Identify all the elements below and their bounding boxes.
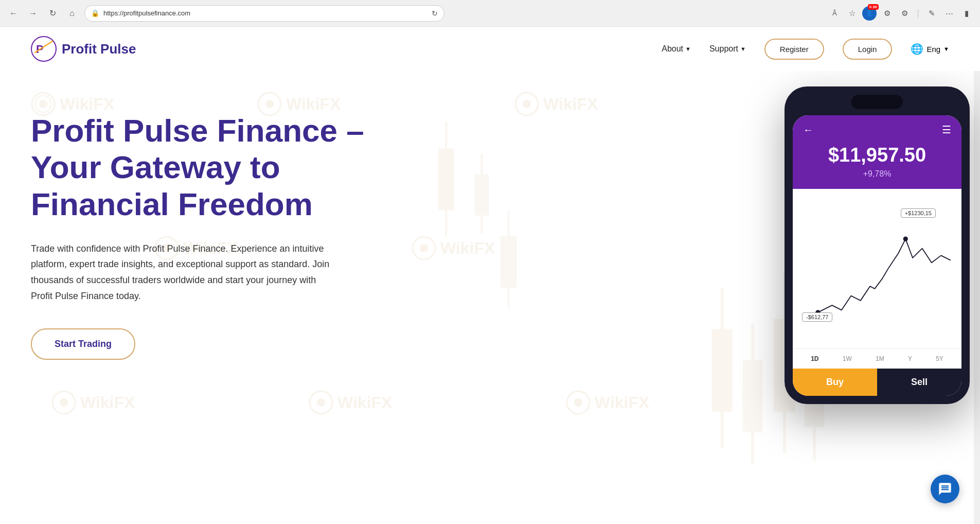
nav-links: About ▼ Support ▼ Register Login 🌐 Eng ▼ [662,39,949,60]
phone-notch [851,95,903,109]
website-wrapper: P Profit Pulse About ▼ Support ▼ Registe… [0,27,980,524]
svg-point-18 [574,398,582,407]
svg-point-13 [52,391,75,414]
svg-rect-28 [712,329,733,411]
about-label: About [662,44,683,54]
time-tab-1m[interactable]: 1M [871,353,888,364]
forward-button[interactable]: → [26,6,40,21]
hero-content: Profit Pulse Finance – Your Gateway to F… [31,92,381,360]
phone-balance: $11,957.50 [803,144,951,166]
logo-icon: P [31,36,57,62]
watermark-8: WikiFX [566,390,649,415]
scrollbar[interactable] [974,27,980,524]
time-tab-1w[interactable]: 1W [839,353,856,364]
svg-rect-30 [721,412,724,448]
start-trading-button[interactable]: Start Trading [31,328,135,360]
phone-header: ← ☰ $11,957.50 +9,78% [793,115,961,189]
language-label: Eng [926,45,940,54]
reload-icon: ↻ [432,9,438,18]
svg-point-17 [567,391,590,414]
phone-top-bar: ← ☰ [803,124,951,136]
svg-rect-25 [501,236,517,288]
login-button[interactable]: Login [843,39,893,60]
chart-annotation-low: -$612,77 [802,312,832,322]
time-tab-5y[interactable]: 5Y [932,353,948,364]
reader-mode-button[interactable]: Â [827,6,842,21]
settings-button[interactable]: ⚙ [897,6,912,21]
address-bar[interactable]: 🔒 ↻ [84,5,444,22]
chat-widget[interactable] [931,475,959,503]
language-dropdown-icon: ▼ [943,46,949,52]
phone-actions: Buy Sell [793,369,961,396]
browser-chrome: ← → ↻ ⌂ 🔒 ↻ Â ☆ 👤 0.90 ⚙ ⚙ | ✎ ⋯ ▮ [0,0,980,27]
svg-rect-39 [813,427,816,461]
svg-point-11 [413,237,435,259]
logo-link[interactable]: P Profit Pulse [31,36,136,62]
svg-rect-21 [445,211,447,236]
phone-change: +9,78% [803,169,951,179]
svg-rect-36 [783,412,786,453]
hero-section: WikiFX WikiFX WikiFX WikiFX WikiFX [0,71,980,524]
notification-badge: 0.90 [868,4,879,10]
navbar: P Profit Pulse About ▼ Support ▼ Registe… [0,27,980,71]
more-button[interactable]: ⋯ [942,6,956,21]
lock-icon: 🔒 [91,9,99,17]
time-tab-1d[interactable]: 1D [807,353,823,364]
phone-sell-button[interactable]: Sell [877,369,961,396]
extensions-button[interactable]: ⚙ [880,6,894,21]
svg-rect-19 [438,148,454,210]
svg-rect-32 [751,324,754,362]
phone-mockup: ← ☰ $11,957.50 +9,78% [785,86,970,404]
svg-point-14 [60,398,68,407]
logo-text: Profit Pulse [62,41,136,57]
svg-rect-33 [751,432,754,463]
split-button[interactable]: ▮ [959,6,974,21]
phone-back-button[interactable]: ← [803,124,813,136]
about-dropdown-icon: ▼ [685,46,691,52]
svg-rect-27 [508,288,510,308]
back-button[interactable]: ← [6,6,21,21]
chart-high-dot [903,237,908,241]
svg-point-0 [31,37,56,61]
time-tab-y[interactable]: Y [904,353,916,364]
home-button[interactable]: ⌂ [65,6,79,21]
watermark-3: WikiFX [514,92,598,116]
svg-rect-26 [508,211,510,239]
watermark-7: WikiFX [309,390,392,415]
refresh-button[interactable]: ↻ [45,6,60,21]
svg-rect-22 [474,174,489,216]
phone-screen: ← ☰ $11,957.50 +9,78% [793,115,961,396]
svg-rect-31 [743,360,762,432]
support-nav-link[interactable]: Support ▼ [709,44,746,54]
phone-menu-button[interactable]: ☰ [942,124,951,136]
favorites-button[interactable]: ☆ [845,6,859,21]
svg-point-12 [420,244,428,252]
language-selector[interactable]: 🌐 Eng ▼ [911,43,949,55]
register-button[interactable]: Register [764,39,824,60]
svg-rect-20 [445,123,447,153]
url-input[interactable] [103,9,427,17]
hero-title: Profit Pulse Finance – Your Gateway to F… [31,112,381,222]
chat-icon [938,482,952,496]
phone-frame: ← ☰ $11,957.50 +9,78% [785,86,970,404]
watermark-6: WikiFX [51,390,135,415]
svg-rect-23 [480,153,483,177]
profile-icon: 👤 [866,10,873,16]
svg-point-15 [310,391,332,414]
phone-buy-button[interactable]: Buy [793,369,877,396]
svg-point-8 [523,100,531,108]
svg-point-16 [317,398,325,407]
browser-actions: Â ☆ 👤 0.90 ⚙ ⚙ | ✎ ⋯ ▮ [827,6,974,21]
hero-description: Trade with confidence with Profit Pulse … [31,241,340,304]
favorites-bar-button[interactable]: ✎ [924,6,939,21]
svg-rect-24 [480,216,483,234]
about-nav-link[interactable]: About ▼ [662,44,691,54]
profile-badge[interactable]: 👤 0.90 [862,6,877,21]
phone-chart: +$1230,15 -$612,77 [793,189,961,348]
separator: | [917,8,919,19]
globe-icon: 🌐 [911,43,923,55]
phone-time-tabs: 1D 1W 1M Y 5Y [793,348,961,369]
watermark-5: WikiFX [412,236,495,260]
chart-annotation-high: +$1230,15 [901,208,936,218]
svg-point-7 [515,93,538,115]
